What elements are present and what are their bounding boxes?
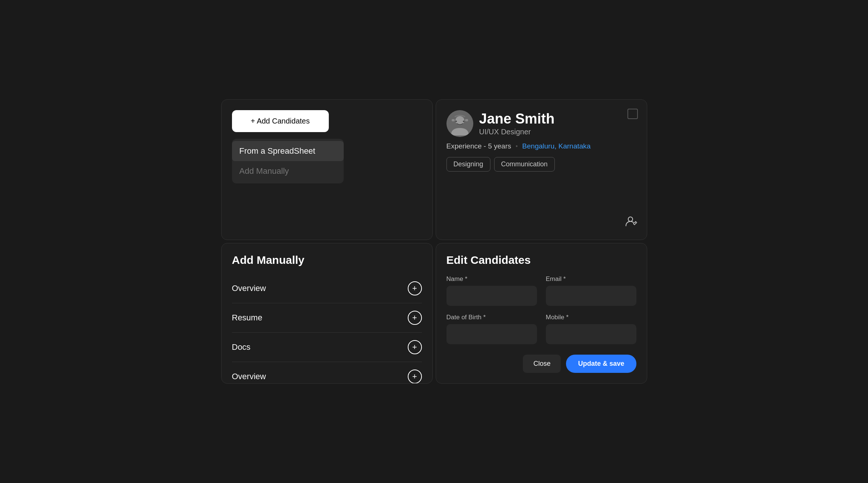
section-docs: Docs + [232,333,422,362]
svg-rect-5 [465,119,468,121]
svg-point-3 [463,121,464,122]
candidate-meta: Experience - 5 years • Bengaluru, Karnat… [446,142,636,150]
dob-field[interactable] [446,324,537,344]
email-label: Email * [546,275,636,283]
skill-communication: Communication [494,157,555,172]
email-field-group: Email * [546,275,636,306]
resume-add-button[interactable]: + [408,311,422,325]
mobile-label: Mobile * [546,314,636,321]
edit-candidates-title: Edit Candidates [446,254,636,266]
candidate-name: Jane Smith [479,111,555,127]
dob-field-group: Date of Birth * [446,314,537,345]
section-overview-2: Overview + [232,362,422,384]
section-overview-1: Overview + [232,274,422,303]
form-actions: Close Update & save [446,355,636,373]
mobile-field-group: Mobile * [546,314,636,345]
edit-candidates-panel: Edit Candidates Name * Email * Date of B… [436,243,647,384]
edit-candidate-icon[interactable] [624,215,638,231]
app-grid: + Add Candidates From a SpreadSheet Add … [218,96,650,387]
experience-text: Experience - 5 years [446,142,511,150]
add-candidates-panel: + Add Candidates From a SpreadSheet Add … [221,99,433,240]
candidate-header: Jane Smith UI/UX Designer [446,110,636,137]
svg-point-2 [455,121,457,122]
svg-point-6 [628,217,633,221]
skills-row: Designing Communication [446,157,636,172]
section-overview-1-label: Overview [232,284,266,293]
dob-label: Date of Birth * [446,314,537,321]
close-button[interactable]: Close [523,355,561,373]
mobile-field[interactable] [546,324,636,344]
section-docs-label: Docs [232,342,251,352]
overview-1-add-button[interactable]: + [408,281,422,295]
name-field[interactable] [446,286,537,306]
add-candidates-button[interactable]: + Add Candidates [232,110,329,132]
add-manually-title: Add Manually [232,254,422,266]
candidate-profile-panel: Jane Smith UI/UX Designer Experience - 5… [436,99,647,240]
candidate-checkbox[interactable] [627,109,638,119]
update-save-button[interactable]: Update & save [566,355,636,373]
from-spreadsheet-menu-item[interactable]: From a SpreadSheet [232,141,344,161]
email-field[interactable] [546,286,636,306]
name-label: Name * [446,275,537,283]
svg-rect-4 [452,119,455,121]
edit-form-grid: Name * Email * Date of Birth * Mobile * [446,275,636,344]
candidate-info: Jane Smith UI/UX Designer [479,111,555,136]
location-text: Bengaluru, Karnataka [522,142,591,150]
docs-add-button[interactable]: + [408,340,422,354]
candidate-role: UI/UX Designer [479,128,555,136]
name-field-group: Name * [446,275,537,306]
add-manually-menu-item[interactable]: Add Manually [232,161,344,181]
overview-2-add-button[interactable]: + [408,370,422,384]
section-resume-label: Resume [232,313,263,323]
section-overview-2-label: Overview [232,372,266,381]
meta-separator: • [516,143,518,150]
section-resume: Resume + [232,303,422,333]
add-candidates-menu: From a SpreadSheet Add Manually [232,139,344,183]
add-manually-panel: Add Manually Overview + Resume + Docs + … [221,243,433,384]
avatar [446,110,473,137]
skill-designing: Designing [446,157,490,172]
